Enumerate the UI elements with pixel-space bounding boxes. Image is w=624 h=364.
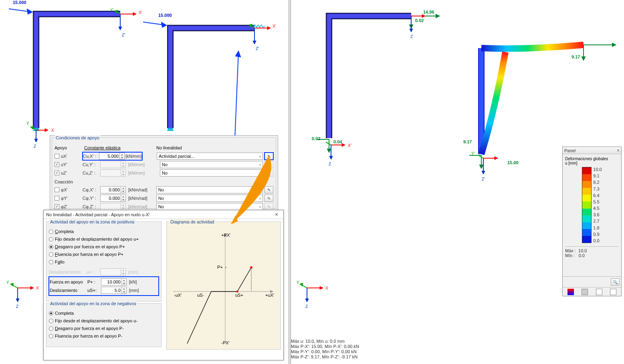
svg-line-77 <box>478 155 483 158</box>
load-value-1: 15.000 <box>13 0 26 5</box>
panel-icon-1[interactable] <box>567 289 574 295</box>
svg-marker-83 <box>300 283 303 286</box>
svg-marker-17 <box>253 41 256 44</box>
svg-line-20 <box>234 52 238 148</box>
svg-marker-81 <box>305 299 309 302</box>
panel-zoom-button[interactable]: 🔍 <box>611 278 620 286</box>
group-title: Condiciones de apoyo <box>55 135 101 140</box>
radio-pos-desgarro[interactable]: Desgarro por fuerza en el apoyo P+ <box>49 243 159 250</box>
panel-icon-4[interactable] <box>610 289 616 295</box>
svg-marker-79 <box>320 286 323 290</box>
panel-icon-2[interactable] <box>582 289 588 295</box>
svg-marker-3 <box>27 9 32 14</box>
svg-marker-33 <box>10 283 14 286</box>
activity-diagram: +PX' -PX' +uX' -uX' P+ uS- uS+ <box>169 227 277 346</box>
result-stats: Máx u: 10.0, Mín u: 0.0 mm Máx P-X': 15.… <box>291 339 359 360</box>
svg-text:uS+: uS+ <box>235 293 243 298</box>
panel-icon-3[interactable] <box>596 289 602 295</box>
svg-marker-67 <box>410 29 413 32</box>
svg-marker-13 <box>162 22 166 27</box>
radio-neg-completa[interactable]: Completa <box>49 310 159 317</box>
svg-marker-31 <box>16 299 19 302</box>
checkbox-ux[interactable] <box>55 154 59 159</box>
radio-neg-fluencia[interactable]: Fluencia por fuerza en el apoyo P- <box>49 332 159 340</box>
radio-pos-completa[interactable]: CCompletaompleta <box>49 228 159 235</box>
svg-marker-23 <box>45 129 48 132</box>
spinner-cphiy[interactable]: ▲▼ <box>100 195 126 202</box>
svg-text:P+: P+ <box>217 265 223 269</box>
svg-marker-25 <box>34 139 38 142</box>
svg-marker-74 <box>495 157 498 160</box>
radio-neg-fijo[interactable]: Fijo desde el desplazamiento del apoyo u… <box>49 317 159 324</box>
svg-marker-27 <box>30 126 34 129</box>
svg-marker-65 <box>422 14 425 18</box>
svg-marker-76 <box>482 171 485 174</box>
svg-marker-63 <box>582 57 585 60</box>
svg-marker-34 <box>232 216 237 223</box>
svg-point-40 <box>250 266 252 269</box>
svg-marker-71 <box>329 156 333 159</box>
svg-text:+uX': +uX' <box>265 293 274 298</box>
svg-marker-7 <box>119 27 122 30</box>
checkbox-phiy[interactable] <box>55 196 59 201</box>
svg-text:-uX': -uX' <box>174 293 182 298</box>
checkbox-uz[interactable] <box>55 171 59 175</box>
spinner-cphix[interactable]: ▲▼ <box>100 186 126 193</box>
radio-pos-fijo[interactable]: Fijo desde el desplazamiento del apoyo u… <box>49 235 159 243</box>
partial-activity-dialog: No linealidad - Actividad parcial - Apoy… <box>43 210 284 360</box>
color-ticks: 10.09.1 8.27.3 6.45.5 4.53.6 2.71.8 0.90… <box>593 167 602 243</box>
spinner-p-plus[interactable]: ▲▼ <box>101 278 127 286</box>
panel-title: Panel <box>564 148 576 153</box>
svg-marker-69 <box>342 143 345 147</box>
color-scale <box>582 167 592 243</box>
legend-panel[interactable]: Panel× Deformaciones globales u [mm] 10.… <box>562 147 622 296</box>
svg-marker-5 <box>133 12 136 16</box>
radio-pos-fluencia[interactable]: Fluencia por fuerza en el apoyo P+ <box>49 251 159 258</box>
svg-marker-61 <box>612 43 616 46</box>
svg-text:-PX': -PX' <box>221 340 229 345</box>
checkbox-phiz[interactable] <box>55 204 59 209</box>
svg-point-41 <box>236 291 238 293</box>
panel-close-icon[interactable]: × <box>617 148 620 153</box>
spinner-cux[interactable]: ▲▼ <box>99 153 125 160</box>
radio-pos-fallo[interactable]: Fallo <box>49 258 159 265</box>
svg-marker-29 <box>30 286 34 290</box>
load-value-2: 15.000 <box>158 13 172 18</box>
checkbox-phix[interactable] <box>55 187 59 192</box>
svg-text:uS-: uS- <box>197 293 204 298</box>
svg-rect-10 <box>168 128 173 130</box>
svg-marker-15 <box>267 26 271 30</box>
svg-line-72 <box>326 142 331 145</box>
spinner-us-plus[interactable]: ▲▼ <box>101 287 127 294</box>
radio-neg-desgarro[interactable]: Desgarro por fuerza en el apoyo P- <box>49 325 159 332</box>
checkbox-uy[interactable] <box>55 162 59 167</box>
svg-text:+PX': +PX' <box>221 233 230 237</box>
svg-marker-21 <box>236 51 240 57</box>
